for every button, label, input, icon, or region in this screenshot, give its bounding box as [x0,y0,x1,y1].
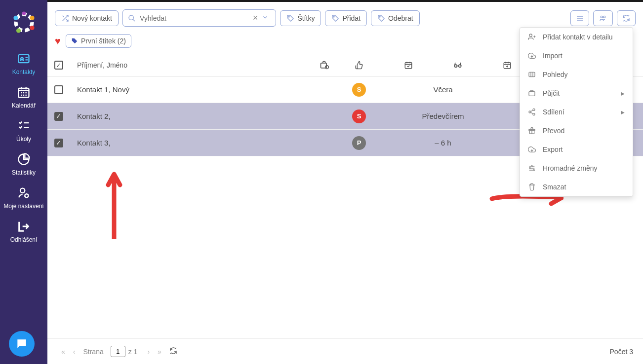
svg-point-33 [533,170,535,171]
user-gear-icon [17,186,31,200]
pagination-footer: « ‹ Strana z 1 › » Počet 3 [47,338,643,364]
row-checkbox-cell [47,134,70,152]
briefcase-clock-icon [320,60,329,70]
search-input[interactable] [140,14,251,22]
menu-button[interactable] [570,10,589,26]
row-checkbox[interactable] [54,85,63,94]
cloud-down-icon [528,146,536,153]
logout-icon [17,219,31,233]
row-badge-cell: S [342,78,376,102]
row-checkbox[interactable] [54,139,63,147]
refresh-icon [622,14,630,22]
shuffle-icon [61,14,69,22]
search-clear-icon[interactable]: × [251,13,260,23]
row-checkbox[interactable] [54,112,63,121]
svg-point-14 [379,16,380,17]
search-dropdown-icon[interactable] [260,14,271,23]
svg-point-10 [25,194,28,197]
header-thumb[interactable] [342,54,376,76]
row-thumb [376,85,411,95]
users-button[interactable] [593,10,613,26]
svg-point-9 [20,188,25,193]
svg-point-15 [601,16,603,18]
tag-icon [377,14,385,22]
tag-chip[interactable]: První štítek (2) [66,34,131,48]
row-badge-cell: P [342,131,376,155]
nav-label: Kontakty [12,69,36,75]
menu-item-label: Převod [543,127,564,135]
svg-point-5 [22,11,25,15]
app-logo [9,7,39,37]
page-first[interactable]: « [57,346,69,358]
button-label: Přidat [342,14,361,22]
menu-item-převod[interactable]: Převod [520,121,633,140]
header-name[interactable]: Příjmení, Jméno [70,54,307,76]
header-status[interactable] [307,54,342,76]
menu-item-sdílení[interactable]: Sdílení ▶ [520,103,633,121]
menu-item-export[interactable]: Export [520,140,633,159]
status-badge: S [352,109,366,123]
row-glasses [475,85,510,95]
nav-statistics[interactable]: Statistiky [0,147,47,181]
page-prev[interactable]: ‹ [69,346,80,358]
menu-item-půjčit[interactable]: Půjčit ▶ [520,84,633,103]
header-glasses[interactable] [441,54,475,76]
nav-my-settings[interactable]: Moje nastavení [0,181,47,215]
page-refresh[interactable] [165,345,181,358]
add-tag-button[interactable]: Přidat [325,10,367,26]
svg-point-3 [30,25,34,30]
nav-label: Moje nastavení [3,203,43,210]
glasses-icon [453,60,463,70]
svg-point-32 [529,168,531,169]
heart-icon[interactable]: ♥ [55,36,61,47]
nav-contacts[interactable]: Kontakty [0,47,47,80]
svg-point-0 [16,14,32,31]
menu-item-pohledy[interactable]: Pohledy [520,65,633,84]
tasks-icon [17,119,31,133]
row-name: Kontakt 3, [70,134,342,152]
chat-widget[interactable] [9,331,35,357]
main-content: Nový kontakt × Štítky Přidat Odebrat [47,0,643,364]
nav-calendar[interactable]: Kalendář [0,80,47,114]
svg-point-12 [288,16,289,17]
row-badge-cell: S [342,105,376,128]
svg-point-1 [13,15,18,20]
select-all-checkbox[interactable] [54,61,63,70]
count-label: Počet 3 [610,348,633,356]
page-next[interactable]: › [143,346,154,358]
remove-tag-button[interactable]: Odebrat [371,10,420,26]
row-checkbox-cell [47,80,70,99]
menu-item-přidat-kontakt-v-detailu[interactable]: Přidat kontakt v detailu [520,28,633,46]
nav-label: Odhlášení [10,236,38,243]
tags-button[interactable]: Štítky [280,10,321,26]
svg-point-27 [529,111,531,113]
header-date[interactable] [376,54,441,76]
svg-rect-24 [529,72,535,76]
button-label: Nový kontakt [72,14,112,22]
menu-item-import[interactable]: Import [520,46,633,65]
chart-icon [17,152,31,166]
calendar-check-icon [404,61,413,70]
header-checkbox-cell [47,54,70,76]
page-input[interactable] [111,346,125,357]
svg-point-2 [30,15,34,20]
columns-icon [528,71,536,78]
page-last[interactable]: » [154,346,165,358]
nav-logout[interactable]: Odhlášení [0,215,47,248]
svg-point-16 [603,16,605,18]
nav-label: Úkoly [16,136,31,143]
tag-icon [331,14,339,22]
menu-item-label: Import [543,52,563,60]
svg-point-13 [333,16,334,17]
sliders-icon [528,164,536,172]
sidebar: Kontakty Kalendář Úkoly Statistiky Moje … [0,0,47,364]
calendar-plus-icon [503,61,512,70]
chevron-right-icon: ▶ [621,109,625,115]
new-contact-button[interactable]: Nový kontakt [55,10,119,26]
menu-item-smazat[interactable]: Smazat [520,178,633,196]
nav-tasks[interactable]: Úkoly [0,114,47,147]
search-box[interactable]: × [122,9,276,27]
refresh-button[interactable] [617,10,636,26]
menu-item-hromadné-změny[interactable]: Hromadné změny [520,159,633,178]
button-label: Odebrat [388,14,413,22]
